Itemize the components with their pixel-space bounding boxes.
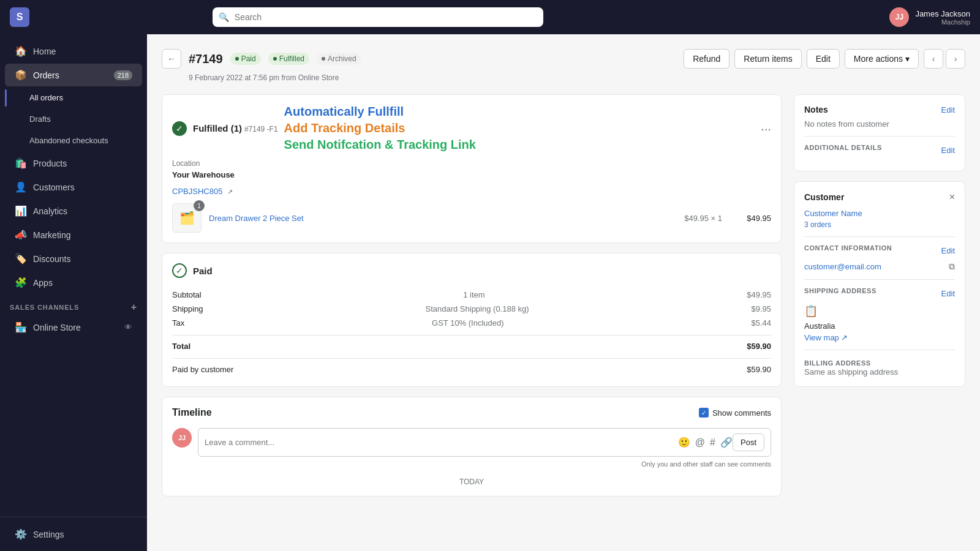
customer-name-link[interactable]: Customer Name — [804, 209, 955, 218]
marketing-icon: 📣 — [15, 229, 27, 241]
additional-details-header: ADDITIONAL DETAILS Edit — [804, 144, 955, 156]
product-thumbnail: 🗂️ 1 — [172, 203, 202, 233]
abandoned-label: Abandoned checkouts — [29, 136, 108, 145]
more-options-icon[interactable]: ··· — [761, 122, 771, 135]
edit-button[interactable]: Edit — [807, 49, 840, 69]
hashtag-icon[interactable]: # — [710, 437, 715, 448]
prev-order-button[interactable]: ‹ — [924, 49, 943, 69]
shopify-logo: S — [10, 7, 29, 27]
products-icon: 🛍️ — [15, 157, 27, 169]
emoji-icon[interactable]: 🙂 — [678, 437, 690, 448]
customers-icon: 👤 — [15, 181, 27, 193]
additional-details-label: ADDITIONAL DETAILS — [804, 144, 882, 151]
paid-dot — [235, 57, 239, 61]
product-name-link[interactable]: Dream Drawer 2 Piece Set — [209, 214, 677, 223]
commenter-avatar: JJ — [172, 428, 192, 448]
external-link-icon: ↗ — [227, 188, 233, 195]
refund-button[interactable]: Refund — [684, 49, 729, 69]
sidebar-item-online-store[interactable]: 🏪 Online Store 👁 — [5, 316, 142, 339]
add-channel-button[interactable]: + — [131, 302, 137, 313]
search-icon: 🔍 — [219, 12, 229, 22]
sidebar-item-settings[interactable]: ⚙️ Settings — [5, 523, 142, 545]
sidebar-item-products[interactable]: 🛍️ Products — [5, 152, 142, 174]
contact-edit-button[interactable]: Edit — [941, 246, 955, 255]
order-main: ✓ Fulfilled (1) #7149 -F1 Automatically … — [162, 94, 782, 497]
shipping-edit-button[interactable]: Edit — [941, 289, 955, 298]
sidebar-item-discounts[interactable]: 🏷️ Discounts — [5, 247, 142, 270]
shipping-address-header: SHIPPING ADDRESS Edit — [804, 287, 955, 299]
sidebar-item-label: Home — [33, 47, 56, 56]
order-number: #7149 — [189, 52, 223, 66]
notes-title: Notes — [804, 105, 828, 114]
sidebar-item-marketing[interactable]: 📣 Marketing — [5, 223, 142, 246]
search-bar[interactable]: 🔍 — [213, 7, 543, 27]
divider-billing — [804, 350, 955, 350]
paid-check-icon: ✓ — [172, 263, 187, 278]
nav-arrows: ‹ › — [924, 49, 965, 69]
sidebar-item-label: Marketing — [33, 230, 70, 240]
location-label: Location — [172, 159, 771, 168]
view-map-link[interactable]: View map ↗ — [804, 333, 955, 342]
sidebar-item-home[interactable]: 🏠 Home — [5, 40, 142, 62]
notes-edit-button[interactable]: Edit — [941, 105, 955, 114]
customer-close-button[interactable]: × — [949, 192, 955, 203]
sidebar-item-label: Discounts — [33, 254, 70, 264]
sidebar-item-drafts[interactable]: Drafts — [5, 109, 142, 129]
sidebar-item-orders[interactable]: 📦 Orders 218 — [5, 64, 142, 86]
sidebar-item-all-orders[interactable]: All orders — [5, 88, 142, 108]
channel-label: Online Store — [33, 323, 81, 332]
badge-archived: Archived — [317, 53, 361, 65]
notes-empty-text: No notes from customer — [804, 119, 955, 129]
sidebar-item-analytics[interactable]: 📊 Analytics — [5, 200, 142, 222]
sidebar-item-customers[interactable]: 👤 Customers — [5, 176, 142, 198]
main-content: ← #7149 Paid Fulfilled Archived Refund R… — [147, 34, 980, 551]
show-comments-wrap[interactable]: ✓ Show comments — [699, 408, 771, 418]
return-items-button[interactable]: Return items — [734, 49, 801, 69]
sidebar-item-abandoned[interactable]: Abandoned checkouts — [5, 130, 142, 151]
next-order-button[interactable]: › — [946, 49, 965, 69]
sales-channels-section: SALES CHANNELS + — [0, 294, 147, 315]
post-button[interactable]: Post — [733, 433, 764, 451]
staff-note: Only you and other staff can see comment… — [172, 460, 771, 468]
address-country: Australia — [804, 321, 955, 331]
additional-details-edit-button[interactable]: Edit — [941, 146, 955, 155]
badge-fulfilled: Fulfilled — [268, 53, 309, 65]
search-input[interactable] — [213, 7, 543, 27]
shipping-row: Shipping Standard Shipping (0.188 kg) $9… — [172, 302, 771, 316]
orders-icon: 📦 — [15, 69, 27, 81]
attachment-icon[interactable]: 🔗 — [720, 437, 733, 448]
sidebar-item-label: Orders — [33, 70, 59, 80]
show-comments-label: Show comments — [712, 408, 771, 418]
mention-icon[interactable]: @ — [695, 437, 705, 448]
analytics-icon: 📊 — [15, 205, 27, 217]
fulfilled-title-wrap: Fulfilled (1) #7149 -F1 — [193, 123, 278, 133]
external-link-icon: ↗ — [841, 333, 848, 342]
contact-info-header: CONTACT INFORMATION Edit — [804, 244, 955, 257]
contact-info-label: CONTACT INFORMATION — [804, 244, 892, 252]
location-value: Your Warehouse — [172, 170, 771, 179]
sidebar-bottom: ⚙️ Settings — [0, 517, 147, 546]
subtotal-row: Subtotal 1 item $49.95 — [172, 288, 771, 302]
notes-divider — [804, 136, 955, 137]
fulfilled-check-icon: ✓ — [172, 121, 187, 136]
timeline-title: Timeline — [172, 407, 212, 418]
more-actions-button[interactable]: More actions ▾ — [845, 49, 919, 69]
comment-input[interactable] — [205, 438, 678, 447]
fulfilled-title: Fulfilled (1) — [193, 123, 242, 133]
user-menu: JJ James Jackson Machship — [889, 7, 970, 27]
top-navigation: S 🔍 JJ James Jackson Machship — [0, 0, 980, 34]
paid-by-row: Paid by customer $59.90 — [172, 358, 771, 377]
customer-orders-link[interactable]: 3 orders — [804, 220, 831, 229]
product-unit-price: $49.95 × 1 — [684, 214, 722, 223]
order-meta: 9 February 2022 at 7:56 pm from Online S… — [189, 73, 965, 82]
back-button[interactable]: ← — [162, 49, 181, 69]
comment-input-wrap: 🙂 @ # 🔗 Post — [198, 428, 771, 457]
customer-email[interactable]: customer@email.com — [804, 262, 881, 271]
show-comments-checkbox[interactable]: ✓ — [699, 408, 709, 418]
sidebar-item-label: Apps — [33, 278, 53, 288]
copy-icon[interactable]: ⧉ — [949, 261, 955, 272]
sidebar-item-apps[interactable]: 🧩 Apps — [5, 271, 142, 294]
comment-tools: 🙂 @ # 🔗 — [678, 437, 733, 448]
channel-actions: 👁 — [124, 323, 132, 332]
tracking-code-link[interactable]: CPBJSHC805 — [172, 187, 222, 196]
